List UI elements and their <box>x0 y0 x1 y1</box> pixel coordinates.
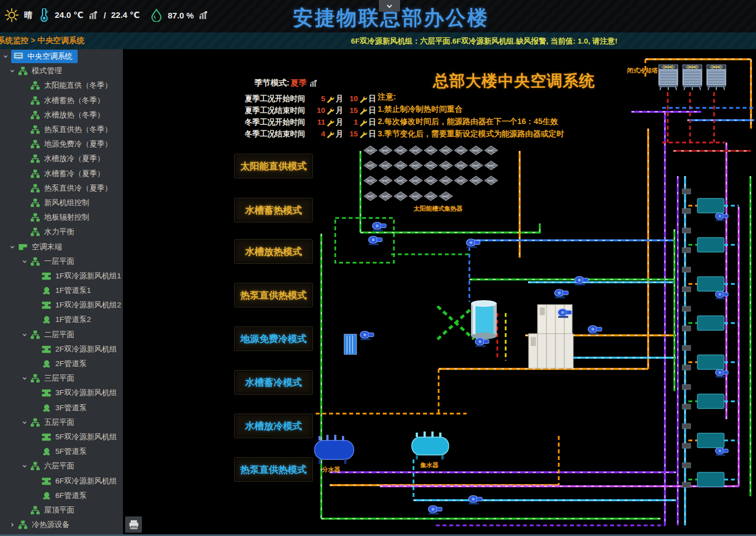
plate-heat-exchanger[interactable] <box>344 334 356 354</box>
tree-item-floor-1[interactable]: 一层平面 <box>0 254 123 269</box>
tree-item-2f-pump[interactable]: 2F管道泵 <box>0 357 123 371</box>
chevron-down-icon[interactable] <box>20 331 28 339</box>
org-icon <box>30 183 41 193</box>
collapse-header-button[interactable] <box>379 0 400 12</box>
chevron-down-icon[interactable] <box>8 243 16 251</box>
tree-item-ahu-control[interactable]: 新风机组控制 <box>0 196 123 210</box>
water-collector-label: 集水器 <box>420 462 439 468</box>
tree-item-floor-5[interactable]: 五层平面 <box>0 415 123 430</box>
tree-item-3f-ahu[interactable]: 3F双冷源新风机组 <box>0 386 123 400</box>
heat-pump-cabinet[interactable] <box>529 334 573 368</box>
floor-unit-box[interactable] <box>697 238 724 252</box>
org-icon <box>30 462 41 471</box>
tree-item-5f-pump[interactable]: 5F管道泵 <box>0 444 123 459</box>
cooling-tower-icon[interactable] <box>659 65 678 90</box>
tree-item-6f-pump[interactable]: 6F管道泵 <box>0 488 123 503</box>
tree-item-5f-ahu[interactable]: 5F双冷源新风机组 <box>0 430 123 444</box>
trend-chart-icon[interactable] <box>89 11 99 20</box>
wrench-edit-icon[interactable] <box>359 107 367 115</box>
tree-item-solar-direct-winter[interactable]: 太阳能直供（冬季） <box>0 78 123 93</box>
day-unit: 日 <box>369 117 377 127</box>
tree-item-ground-free-cooling[interactable]: 地源免费冷（夏季） <box>0 137 123 151</box>
tree-item-floor-3[interactable]: 三层平面 <box>0 371 123 386</box>
solar-collector-array[interactable]: 太阳能槽式集热器 <box>364 146 498 212</box>
cooling-towers[interactable]: 闭式冷却塔 <box>627 65 726 90</box>
tree-item-heatpump-heat[interactable]: 热泵直供热（冬季） <box>0 122 123 137</box>
water-collector[interactable]: 集水器 <box>412 431 449 468</box>
floor-unit-box[interactable] <box>697 316 724 330</box>
tree-item-floor-radiant-control[interactable]: 地板辐射控制 <box>0 210 123 225</box>
floor-unit-box[interactable] <box>697 433 724 448</box>
wrench-edit-icon[interactable] <box>359 95 367 103</box>
wrench-edit-icon[interactable] <box>326 130 334 138</box>
chevron-down-icon[interactable] <box>20 258 28 265</box>
month-unit: 月 <box>336 106 344 116</box>
tree-item-floor-2[interactable]: 二层平面 <box>0 328 123 342</box>
schedule-label: 夏季工况结束时间 <box>245 106 313 116</box>
tree-item-3f-pump[interactable]: 3F管道泵 <box>0 401 123 415</box>
floor-unit-box[interactable] <box>697 277 724 291</box>
wrench-edit-icon[interactable] <box>359 118 367 126</box>
chevron-down-icon[interactable] <box>20 374 28 382</box>
mode-button-ground-free-cooling[interactable]: 地源免费冷模式 <box>234 326 313 351</box>
tree-item-tank-release-heat[interactable]: 水槽放热（冬季） <box>0 108 123 122</box>
breadcrumb[interactable]: 系统监控 > 中央空调系统 <box>0 36 84 46</box>
chevron-down-icon[interactable] <box>8 67 16 75</box>
print-button[interactable] <box>125 516 142 533</box>
wrench-edit-icon[interactable] <box>326 95 334 103</box>
schedule-day-value: 1 <box>346 118 358 126</box>
cooling-tower-icon[interactable] <box>683 65 702 90</box>
tree-item-6f-ahu[interactable]: 6F双冷源新风机组 <box>0 473 123 488</box>
tree-item-heat-cool-source[interactable]: 冷热源设备 <box>0 518 123 532</box>
season-mode-value: 夏季 <box>291 78 307 88</box>
water-divider-label: 分水器 <box>321 466 340 473</box>
mode-button-tank-release-cool[interactable]: 水槽放冷模式 <box>234 414 313 438</box>
floor-unit-box[interactable] <box>697 472 724 487</box>
tree-item-1f-pump-2[interactable]: 1F管道泵2 <box>0 312 123 327</box>
humidity-value: 87.0 % <box>168 11 194 20</box>
wrench-edit-icon[interactable] <box>326 107 334 115</box>
tree-item-floor-6[interactable]: 六层平面 <box>0 459 123 473</box>
floor-unit-box[interactable] <box>697 355 724 369</box>
pump-icon <box>41 403 53 412</box>
trend-chart-icon[interactable] <box>199 11 209 20</box>
chevron-down-icon[interactable] <box>20 462 28 470</box>
sun-icon <box>4 8 19 22</box>
floor-unit-box[interactable] <box>697 198 724 213</box>
alarm-ticker[interactable]: 6F双冷源新风机组：六层平面.6F双冷源新风机组.缺风报警, 当前值: 1.0,… <box>351 36 617 46</box>
chevron-down-icon[interactable] <box>1 53 9 60</box>
tree-item-label: 屋顶平面 <box>44 505 74 515</box>
chevron-down-icon[interactable] <box>20 419 28 426</box>
tree-item-central-ac-system[interactable]: 中央空调系统 <box>0 49 123 64</box>
tree-item-1f-pump-1[interactable]: 1F管道泵1 <box>0 283 123 298</box>
tree-item-tank-release-cool[interactable]: 水槽放冷（夏季） <box>0 151 123 166</box>
tree-item-1f-ahu-2[interactable]: 1F双冷源新风机组2 <box>0 298 123 312</box>
tree-item-label: 水槽蓄热（冬季） <box>44 96 104 106</box>
tree-item-roof[interactable]: 屋顶平面 <box>0 503 123 518</box>
floor-unit-box[interactable] <box>697 394 724 409</box>
tree-item-tank-store-heat[interactable]: 水槽蓄热（冬季） <box>0 93 123 108</box>
heat-pump-cabinet[interactable] <box>538 305 572 336</box>
tree-item-ac-terminals[interactable]: 空调末端 <box>0 239 123 254</box>
tree-item-mode-management[interactable]: 模式管理 <box>0 64 123 78</box>
tree-item-1f-ahu-1[interactable]: 1F双冷源新风机组1 <box>0 269 123 283</box>
mode-button-heatpump-heat[interactable]: 热泵直供热模式 <box>234 283 313 307</box>
mode-button-solar-direct[interactable]: 太阳能直供模式 <box>234 154 313 178</box>
tree-item-label: 新风机组控制 <box>44 198 89 208</box>
mode-button-tank-store-heat[interactable]: 水槽蓄热模式 <box>234 198 313 222</box>
storage-tank[interactable] <box>471 300 497 339</box>
temp-separator: / <box>104 11 106 20</box>
floor-terminal-units[interactable] <box>697 198 724 487</box>
tree-item-tank-store-cool[interactable]: 水槽蓄冷（夏季） <box>0 167 123 181</box>
chevron-right-icon[interactable] <box>8 521 16 529</box>
wrench-edit-icon[interactable] <box>326 118 334 126</box>
tree-item-heatpump-cool[interactable]: 热泵直供冷（夏季） <box>0 181 123 196</box>
mode-button-tank-release-heat[interactable]: 水槽放热模式 <box>234 239 313 264</box>
mode-button-heatpump-direct[interactable]: 热泵直供热模式 <box>234 457 313 482</box>
trend-chart-icon[interactable] <box>310 79 318 87</box>
tree-item-hydraulic-balance[interactable]: 水力平衡 <box>0 225 123 239</box>
cooling-tower-icon[interactable] <box>707 65 726 90</box>
wrench-edit-icon[interactable] <box>359 130 367 138</box>
tree-item-2f-ahu[interactable]: 2F双冷源新风机组 <box>0 342 123 357</box>
mode-button-tank-store-cool[interactable]: 水槽蓄冷模式 <box>234 370 313 395</box>
